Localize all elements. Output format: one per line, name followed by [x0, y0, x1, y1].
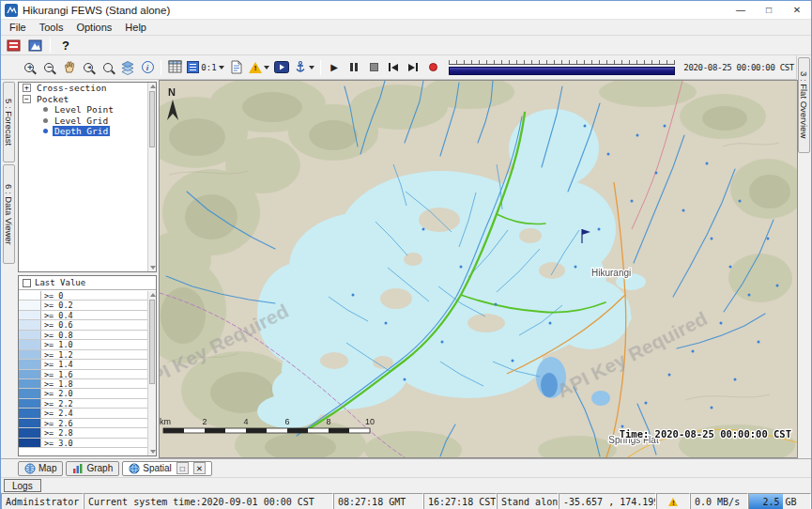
legend-swatch — [19, 360, 41, 368]
tab-label: Spatial — [143, 463, 172, 473]
legend-swatch — [19, 350, 41, 359]
main-toolbar: ? — [1, 35, 811, 55]
tab-forecast[interactable]: 5 : Forecast — [3, 82, 15, 162]
scroll-thumb[interactable] — [149, 300, 155, 384]
node-bullet-icon — [43, 118, 48, 123]
legend-label: >= 1.2 — [41, 350, 73, 359]
expand-plus-icon[interactable]: + — [23, 84, 31, 92]
maximize-button[interactable]: □ — [755, 1, 783, 19]
legend-panel: Last Value >= 0 >= 0.2 >= 0.4 >= 0.6 >= … — [18, 275, 157, 456]
toolbar-separator — [50, 38, 51, 53]
legend-document-button[interactable] — [227, 58, 246, 76]
tab-spatial[interactable]: Spatial □ ✕ — [122, 461, 212, 476]
tree-item-level-point[interactable]: Level Point — [19, 104, 156, 116]
tab-data-viewer[interactable]: 6 : Data Viewer — [3, 164, 15, 264]
scale-tick-label: 10 — [365, 417, 375, 426]
legend-row: >= 3.0 — [19, 439, 147, 448]
scroll-down-icon[interactable] — [150, 266, 156, 270]
status-system-time: Current system time:2020-09-01 00:00 CST — [84, 493, 333, 509]
tree-scrollbar[interactable] — [147, 83, 156, 271]
spatial-sphere-icon — [129, 463, 140, 474]
zoom-extent-button[interactable] — [99, 58, 117, 76]
legend-row: >= 1.2 — [19, 350, 147, 360]
stop-button[interactable] — [364, 58, 383, 76]
expand-minus-icon[interactable]: − — [23, 95, 31, 103]
menu-file[interactable]: File — [3, 21, 33, 34]
status-warning[interactable]: ! — [656, 493, 690, 509]
zoom-in-button[interactable]: + — [20, 58, 38, 76]
tree-item-label: Level Grid — [53, 116, 110, 126]
legend-row: >= 2.8 — [19, 428, 147, 438]
tab-flat-overview[interactable]: 3 : Flat Overview — [798, 57, 810, 153]
application-window: Hikurangi FEWS (Stand alone) — □ ✕ File … — [0, 0, 812, 509]
status-coordinates: -35.657 , 174.199 — [559, 493, 656, 509]
tab-map[interactable]: Map — [18, 461, 63, 476]
scroll-up-icon[interactable] — [150, 85, 156, 88]
legend-title: Last Value — [35, 278, 85, 287]
scale-tick-label: 6 — [284, 417, 289, 426]
map-view[interactable]: API Key Required API Key Required N km 2… — [159, 80, 798, 458]
tab-close-button[interactable]: ✕ — [193, 462, 206, 474]
tree-item-cross-section[interactable]: + Cross-section — [19, 83, 156, 94]
record-button[interactable] — [423, 58, 442, 76]
scale-tick-label: 8 — [326, 417, 330, 426]
zoom-previous-button[interactable]: ◂ — [79, 58, 98, 76]
time-step-select[interactable]: 0:1 — [185, 58, 226, 76]
info-button[interactable]: i — [138, 58, 157, 76]
legend-swatch — [19, 399, 41, 408]
legend-label: >= 0 — [41, 291, 63, 300]
thresholds-button[interactable]: ! — [247, 58, 271, 76]
minimize-button[interactable]: — — [727, 1, 755, 19]
menu-options[interactable]: Options — [69, 21, 118, 34]
zoom-extent-icon — [103, 63, 113, 72]
memory-label: 2.5 GB — [762, 497, 796, 507]
legend-scrollbar[interactable] — [147, 291, 156, 455]
step-back-button[interactable] — [384, 58, 403, 76]
stop-icon — [370, 63, 378, 71]
grid-icon — [168, 60, 182, 74]
menu-tools[interactable]: Tools — [33, 21, 70, 34]
status-gmt-time: 08:27:18 GMT — [333, 493, 423, 509]
last-value-checkbox[interactable] — [23, 279, 31, 287]
toolbar-separator — [161, 60, 161, 75]
map-display-button[interactable] — [25, 37, 44, 54]
zoom-out-icon: − — [44, 63, 54, 72]
legend-swatch — [19, 340, 41, 348]
current-datetime-label: 2020-08-25 00:00:00 CST — [683, 63, 798, 72]
pan-button[interactable] — [59, 58, 78, 76]
tab-graph[interactable]: Graph — [66, 461, 119, 476]
tab-float-button[interactable]: □ — [176, 462, 189, 474]
chevron-down-icon — [309, 66, 314, 69]
pause-button[interactable] — [345, 58, 363, 76]
scroll-thumb[interactable] — [149, 91, 155, 147]
help-button[interactable]: ? — [56, 37, 75, 54]
tree-item-depth-grid-selected[interactable]: Depth Grid — [19, 126, 156, 137]
close-button[interactable]: ✕ — [783, 1, 811, 19]
scroll-down-icon[interactable] — [150, 450, 156, 454]
globe-icon — [24, 463, 36, 474]
tree-item-level-grid[interactable]: Level Grid — [19, 116, 156, 127]
timeline-bar[interactable] — [449, 67, 675, 75]
map-canvas[interactable]: API Key Required API Key Required N km 2… — [160, 81, 797, 457]
status-memory: 2.5 GB — [748, 493, 811, 509]
timeline-slider[interactable] — [449, 59, 675, 76]
layers-icon — [120, 60, 135, 75]
zoom-in-icon: + — [24, 63, 34, 72]
database-button[interactable] — [4, 37, 23, 54]
scroll-up-icon[interactable] — [150, 293, 156, 297]
timeline-ruler — [449, 60, 675, 65]
layers-button[interactable] — [118, 58, 137, 76]
legend-swatch — [19, 439, 41, 447]
tree-item-pocket[interactable]: − Pocket — [19, 94, 156, 105]
logs-button[interactable]: Logs — [4, 479, 41, 492]
legend-label: >= 2.4 — [41, 409, 73, 417]
legend-swatch — [19, 331, 41, 339]
menu-help[interactable]: Help — [118, 21, 153, 34]
grid-display-button[interactable] — [165, 58, 184, 76]
play-button[interactable]: ▶ — [325, 58, 344, 76]
zoom-out-button[interactable]: − — [39, 58, 58, 76]
profile-tool-button[interactable] — [292, 58, 316, 76]
animation-export-button[interactable] — [272, 58, 291, 76]
tree-item-label: Level Point — [53, 104, 115, 115]
step-forward-button[interactable] — [404, 58, 422, 76]
